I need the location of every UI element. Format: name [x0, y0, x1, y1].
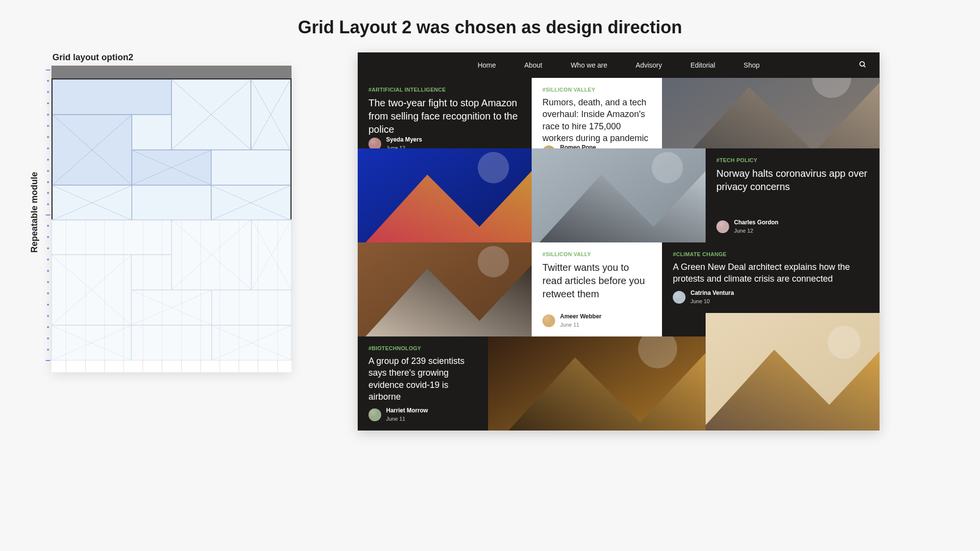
svg-point-19 [828, 326, 861, 359]
svg-point-0 [860, 62, 864, 66]
article-tag: #SILLICON VALLY [542, 251, 651, 257]
wireframe-panel: Repeatable module Grid layout option2 [29, 52, 294, 372]
svg-point-10 [652, 152, 683, 183]
article-date: June 12 [386, 145, 405, 148]
avatar [368, 408, 381, 421]
avatar [368, 138, 381, 148]
article-headline: Rumors, death, and a tech overhaul: Insi… [542, 96, 651, 144]
module-ticks [45, 52, 51, 366]
article-date: June 11 [560, 322, 579, 328]
article-tag: #SILLICON VALLEY [542, 87, 651, 93]
article-image [532, 148, 706, 242]
article-headline: Norway halts coronavirus app over privac… [716, 167, 869, 193]
article-image [358, 148, 532, 242]
wireframe-label: Grid layout option2 [52, 52, 294, 63]
author-name: Ameer Webber [560, 313, 601, 320]
author-name: Romeo Pope [560, 144, 596, 148]
avatar [716, 220, 729, 233]
article-date: June 12 [734, 228, 753, 234]
wire-module-2 [51, 219, 292, 361]
nav-home[interactable]: Home [478, 61, 496, 69]
article-image [706, 313, 880, 431]
svg-point-7 [478, 152, 509, 183]
article-tag: #ARTIFICIAL INTELLIGENCE [368, 87, 521, 93]
author-name: Harriet Morrow [386, 407, 428, 414]
nav-advisory[interactable]: Advisory [636, 61, 662, 69]
article-card[interactable]: #BIOTECHNOLOGY A group of 239 scientists… [358, 336, 488, 431]
nav-about[interactable]: About [524, 61, 542, 69]
page-title: Grid Layout 2 was chosen as design direc… [0, 0, 980, 52]
article-card[interactable]: #SILLICON VALLEY Rumors, death, and a te… [532, 78, 662, 148]
avatar [542, 314, 555, 327]
author-name: Catrina Ventura [690, 289, 734, 296]
article-tag: #BIOTECHNOLOGY [368, 345, 477, 351]
nav-editorial[interactable]: Editorial [690, 61, 715, 69]
article-tag: #CLIMATE CHANGE [673, 251, 869, 257]
article-card[interactable]: #SILLICON VALLY Twitter wants you to rea… [532, 242, 662, 336]
site-mock: Home About Who we are Advisory Editorial… [358, 52, 880, 431]
article-date: June 10 [690, 298, 710, 304]
article-headline: Twitter wants you to read articles befor… [542, 261, 651, 301]
article-image [358, 242, 532, 336]
author-name: Charles Gordon [734, 219, 779, 226]
article-headline: A Green New Deal architect explains how … [673, 261, 869, 285]
nav-who[interactable]: Who we are [571, 61, 608, 69]
svg-point-13 [478, 246, 509, 277]
article-tag: #TECH POLICY [716, 157, 869, 163]
repeatable-module-label: Repeatable module [29, 172, 40, 253]
svg-line-1 [864, 66, 865, 67]
top-nav: Home About Who we are Advisory Editorial… [358, 52, 880, 78]
search-icon[interactable] [858, 60, 867, 70]
wire-module-1 [51, 78, 292, 219]
article-card[interactable]: #TECH POLICY Norway halts coronavirus ap… [706, 148, 880, 242]
author-name: Syeda Myers [386, 136, 422, 143]
article-card[interactable]: #ARTIFICIAL INTELLIGENCE The two-year fi… [358, 78, 532, 148]
avatar [673, 291, 686, 304]
article-card[interactable]: #CLIMATE CHANGE A Green New Deal archite… [662, 242, 880, 313]
article-headline: A group of 239 scientists says there's g… [368, 355, 477, 403]
article-headline: The two-year fight to stop Amazon from s… [368, 96, 521, 136]
wireframe-canvas [51, 66, 292, 372]
article-image [488, 336, 706, 431]
nav-shop[interactable]: Shop [744, 61, 760, 69]
article-image [662, 78, 880, 148]
article-date: June 11 [386, 416, 405, 422]
